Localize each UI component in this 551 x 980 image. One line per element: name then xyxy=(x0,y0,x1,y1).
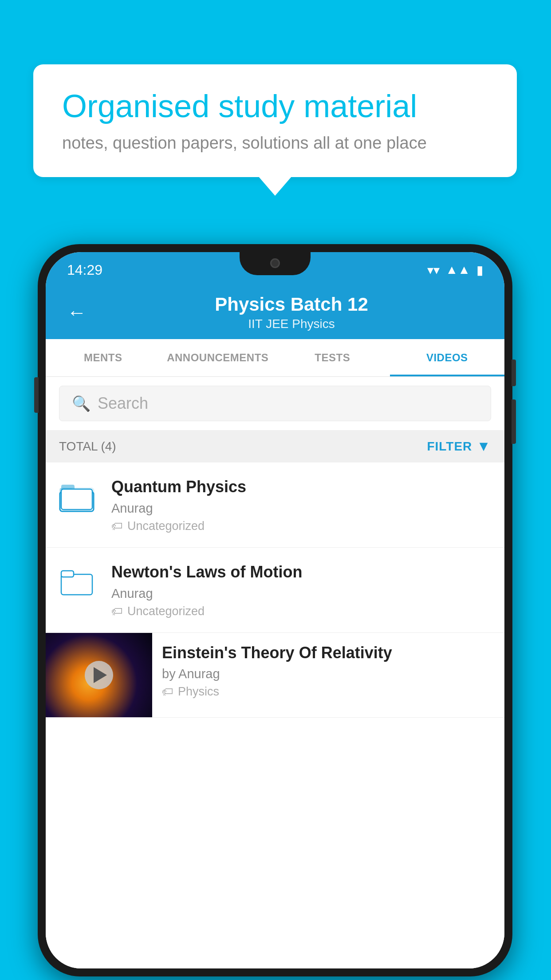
speech-bubble-title: Organised study material xyxy=(62,89,488,124)
video-tag: 🏷 Uncategorized xyxy=(111,519,491,533)
total-count: TOTAL (4) xyxy=(59,439,116,454)
header-title: Physics Batch 12 xyxy=(100,294,483,315)
search-bar[interactable]: 🔍 Search xyxy=(59,386,491,421)
status-icons: ▾▾ ▲▲ ▮ xyxy=(427,263,483,277)
play-button-overlay[interactable] xyxy=(85,661,113,689)
back-button[interactable]: ← xyxy=(67,303,87,322)
tag-text: Uncategorized xyxy=(127,605,205,618)
svg-rect-3 xyxy=(61,489,92,510)
video-info: Quantum Physics Anurag 🏷 Uncategorized xyxy=(111,477,491,533)
filter-button[interactable]: FILTER ▼ xyxy=(427,438,491,454)
list-item[interactable]: Newton's Laws of Motion Anurag 🏷 Uncateg… xyxy=(46,548,504,633)
video-thumbnail xyxy=(46,633,152,717)
folder-icon xyxy=(59,479,99,514)
tag-text: Physics xyxy=(178,685,219,699)
tab-videos[interactable]: VIDEOS xyxy=(390,339,505,376)
speech-bubble: Organised study material notes, question… xyxy=(33,64,517,177)
folder-icon xyxy=(59,565,99,600)
filter-row: TOTAL (4) FILTER ▼ xyxy=(46,430,504,462)
list-item[interactable]: Einstein's Theory Of Relativity by Anura… xyxy=(46,633,504,718)
status-time: 14:29 xyxy=(67,262,102,278)
filter-label: FILTER xyxy=(427,439,472,454)
phone-screen: 14:29 ▾▾ ▲▲ ▮ ← Physics Batch 12 IIT JEE… xyxy=(46,252,504,968)
video-title: Quantum Physics xyxy=(111,477,491,498)
app-header: ← Physics Batch 12 IIT JEE Physics xyxy=(46,284,504,339)
screen-content: 14:29 ▾▾ ▲▲ ▮ ← Physics Batch 12 IIT JEE… xyxy=(46,252,504,968)
phone-device: 14:29 ▾▾ ▲▲ ▮ ← Physics Batch 12 IIT JEE… xyxy=(38,244,512,976)
side-button-volume xyxy=(34,377,39,413)
search-input[interactable]: Search xyxy=(98,394,148,413)
tab-tests[interactable]: TESTS xyxy=(275,339,390,376)
video-info: Newton's Laws of Motion Anurag 🏷 Uncateg… xyxy=(111,562,491,618)
header-title-block: Physics Batch 12 IIT JEE Physics xyxy=(100,294,483,331)
video-tag: 🏷 Uncategorized xyxy=(111,605,491,618)
wifi-icon: ▾▾ xyxy=(427,263,440,277)
video-info: Einstein's Theory Of Relativity by Anura… xyxy=(152,633,504,709)
video-tag: 🏷 Physics xyxy=(162,685,495,699)
video-author: Anurag xyxy=(111,586,491,601)
tag-icon: 🏷 xyxy=(162,685,173,699)
search-bar-wrapper: 🔍 Search xyxy=(46,377,504,430)
tag-icon: 🏷 xyxy=(111,519,123,533)
tag-text: Uncategorized xyxy=(127,519,205,533)
video-title: Einstein's Theory Of Relativity xyxy=(162,643,495,664)
phone-notch xyxy=(240,252,311,275)
filter-funnel-icon: ▼ xyxy=(476,438,491,454)
tabs-bar: MENTS ANNOUNCEMENTS TESTS VIDEOS xyxy=(46,339,504,377)
play-icon xyxy=(94,667,107,683)
speech-bubble-container: Organised study material notes, question… xyxy=(33,64,517,177)
video-author: Anurag xyxy=(111,501,491,516)
video-author: by Anurag xyxy=(162,667,495,681)
header-subtitle: IIT JEE Physics xyxy=(100,317,483,331)
tag-icon: 🏷 xyxy=(111,605,123,618)
video-title: Newton's Laws of Motion xyxy=(111,562,491,583)
front-camera xyxy=(270,258,280,268)
tab-announcements[interactable]: ANNOUNCEMENTS xyxy=(161,339,276,376)
phone-outer-frame: 14:29 ▾▾ ▲▲ ▮ ← Physics Batch 12 IIT JEE… xyxy=(38,244,512,976)
speech-bubble-subtitle: notes, question papers, solutions all at… xyxy=(62,134,488,153)
side-button-power xyxy=(512,360,516,386)
list-item[interactable]: Quantum Physics Anurag 🏷 Uncategorized xyxy=(46,462,504,548)
search-icon: 🔍 xyxy=(72,395,91,412)
svg-rect-5 xyxy=(61,571,74,577)
video-list: Quantum Physics Anurag 🏷 Uncategorized xyxy=(46,462,504,968)
battery-icon: ▮ xyxy=(476,263,483,277)
tab-ments[interactable]: MENTS xyxy=(46,339,161,376)
side-button-volume-right xyxy=(512,399,516,444)
signal-icon: ▲▲ xyxy=(446,263,470,277)
